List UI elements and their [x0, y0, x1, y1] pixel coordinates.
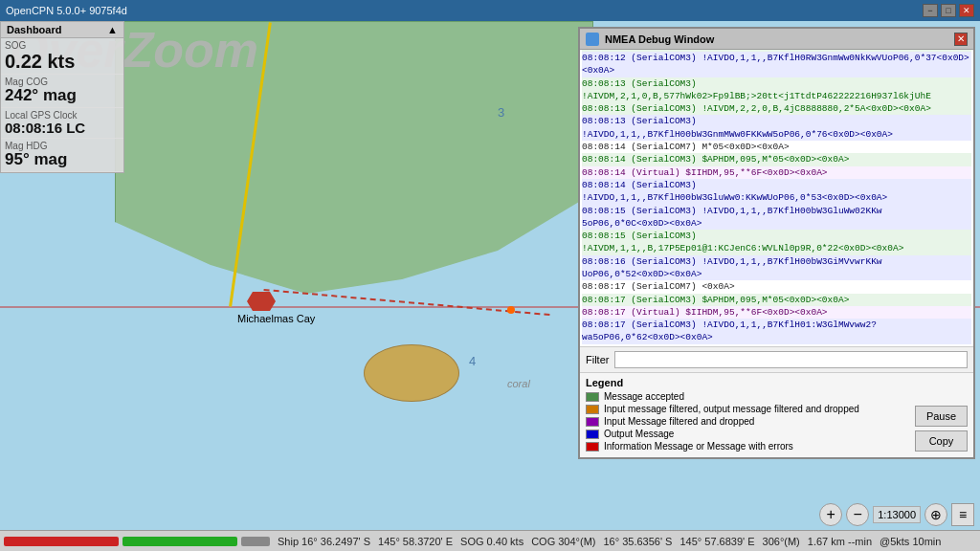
log-line: 08:08:17 (SerialCOM3) !AIVDO,1,1,,B7KflH… — [582, 319, 971, 344]
nmea-debug-window: NMEA Debug Window ✕ 08:08:09 (SerialCOM3… — [578, 27, 975, 459]
log-line: 08:08:12 (SerialCOM3) !AIVDO,1,1,,B7KflH… — [582, 52, 971, 77]
mag-cog-section: Mag COG 242° mag — [1, 75, 123, 108]
legend-items: Message acceptedInput message filtered, … — [586, 391, 968, 452]
legend-item: Information Message or Message with erro… — [586, 441, 968, 452]
dashboard-title: Dashboard ▲ — [1, 22, 123, 38]
nmea-log[interactable]: 08:08:09 (SerialCOM3) !AIVDM,1,1,,A,177h… — [580, 50, 973, 346]
zoom-out-button[interactable]: − — [846, 503, 869, 526]
log-line: 08:08:13 (SerialCOM3) !AIVDO,1,1,,B7KflH… — [582, 115, 971, 141]
nmea-filter-area: Filter — [580, 346, 973, 372]
mag-cog-value: 242° mag — [5, 87, 120, 105]
legend-item: Input Message filtered and dropped — [586, 416, 968, 427]
log-line: 08:08:17 (SerialCOM7) <0x0A> — [582, 280, 971, 293]
legend-item-text: Information Message or Message with erro… — [604, 441, 793, 452]
scale-label: 1:13000 — [873, 506, 921, 523]
log-line: 08:08:16 (SerialCOM3) !AIVDO,1,1,,B7KflH… — [582, 255, 971, 281]
log-line: 08:08:15 (SerialCOM3) !AIVDO,1,1,,B7KflH… — [582, 205, 971, 231]
ship-label: Michaelmas Cay — [237, 313, 315, 324]
ship-position: Ship 16° 36.2497' S — [278, 536, 370, 547]
ship-marker: Michaelmas Cay — [247, 292, 276, 311]
log-line: 08:08:13 (SerialCOM3) !AIVDM,2,2,0,B,4jC… — [582, 102, 971, 115]
mag-hdg-section: Mag HDG 95° mag — [1, 139, 123, 172]
legend-item: Input message filtered, output message f… — [586, 404, 968, 414]
nmea-close-button[interactable]: ✕ — [954, 33, 968, 46]
map-controls: + − 1:13000 ⊕ ≡ — [813, 499, 980, 530]
sog-value: 0.22 kts — [5, 51, 120, 72]
log-line: 08:08:13 (SerialCOM3) !AIVDM,2,1,0,B,577… — [582, 77, 971, 103]
nmea-icon — [586, 33, 599, 46]
legend-item-text: Message accepted — [604, 391, 684, 402]
log-line: 08:08:15 (SerialCOM3) !AIVDM,1,1,,B,17P5… — [582, 230, 971, 255]
log-line: 08:08:14 (Virtual) $IIHDM,95,**6F<0x0D><… — [582, 166, 971, 179]
bearing-status: 306°(M) — [763, 536, 800, 547]
filter-input[interactable] — [614, 351, 968, 368]
menu-icon[interactable]: ≡ — [951, 503, 974, 526]
ship-longitude: 145° 58.3720' E — [378, 536, 453, 547]
progress-bars — [4, 537, 270, 546]
legend-color-swatch — [586, 405, 599, 414]
title-bar: OpenCPN 5.0.0+ 9075f4d − □ ✕ — [0, 0, 980, 21]
zoom-in-button[interactable]: + — [819, 503, 842, 526]
filter-label: Filter — [586, 354, 609, 365]
gps-clock-section: Local GPS Clock 08:08:16 LC — [1, 108, 123, 140]
log-line: 08:08:14 (SerialCOM3) !AIVDO,1,1,,B7KflH… — [582, 179, 971, 205]
legend-item-text: Input message filtered, output message f… — [604, 404, 859, 414]
nmea-action-buttons: Pause Copy — [915, 406, 968, 452]
legend-item: Output Message — [586, 429, 968, 439]
progress-bar-2 — [122, 537, 237, 546]
gps-clock-value: 08:08:16 LC — [5, 121, 120, 137]
legend-color-swatch — [586, 392, 599, 402]
cursor-lat: 16° 35.6356' S — [604, 536, 673, 547]
legend-item-text: Output Message — [604, 429, 674, 439]
legend-color-swatch — [586, 430, 599, 439]
depth-label-2: 4 — [469, 354, 476, 368]
progress-bar-1 — [4, 537, 119, 546]
legend-color-swatch — [586, 417, 599, 427]
sog-label: SOG — [5, 40, 120, 51]
distance-status: 1.67 km --min — [808, 536, 872, 547]
pause-button[interactable]: Pause — [915, 406, 968, 427]
nmea-titlebar: NMEA Debug Window ✕ — [580, 29, 973, 50]
close-button[interactable]: ✕ — [959, 4, 974, 17]
log-line: 08:08:17 (Virtual) $IIHDM,95,**6F<0x0D><… — [582, 306, 971, 319]
depth-label-1: 3 — [498, 105, 504, 120]
compass-icon[interactable]: ⊕ — [924, 503, 947, 526]
speed-info: @5kts 10min — [880, 536, 941, 547]
status-bar: Ship 16° 36.2497' S 145° 58.3720' E SOG … — [0, 530, 980, 551]
mag-hdg-value: 95° mag — [5, 151, 120, 169]
land-small — [364, 344, 459, 402]
app-title: OpenCPN 5.0.0+ 9075f4d — [6, 5, 923, 16]
dashboard-panel: Dashboard ▲ SOG 0.22 kts Mag COG 242° ma… — [0, 21, 124, 173]
legend-color-swatch — [586, 442, 599, 452]
cursor-lon: 145° 57.6839' E — [679, 536, 754, 547]
minimize-button[interactable]: − — [923, 4, 938, 17]
legend-item: Message accepted — [586, 391, 968, 402]
coral-label: coral — [507, 378, 530, 389]
legend-item-text: Input Message filtered and dropped — [604, 416, 754, 427]
maximize-button[interactable]: □ — [941, 4, 956, 17]
nmea-title: NMEA Debug Window — [605, 33, 948, 45]
cog-status: COG 304°(M) — [531, 536, 595, 547]
window-controls: − □ ✕ — [923, 4, 974, 17]
land-main — [115, 21, 593, 308]
log-line: 08:08:14 (SerialCOM3) $APHDM,095,M*05<0x… — [582, 153, 971, 165]
copy-button[interactable]: Copy — [915, 430, 968, 452]
sog-section: SOG 0.22 kts — [1, 38, 123, 75]
legend-title: Legend — [586, 377, 968, 388]
sog-status: SOG 0.40 kts — [460, 536, 523, 547]
ship-icon — [247, 292, 276, 311]
log-line: 08:08:17 (SerialCOM3) $APHDM,095,M*05<0x… — [582, 294, 971, 306]
progress-bar-3 — [241, 537, 270, 546]
course-dot — [507, 306, 515, 314]
log-line: 08:08:14 (SerialCOM7) M*05<0x0D><0x0A> — [582, 141, 971, 153]
